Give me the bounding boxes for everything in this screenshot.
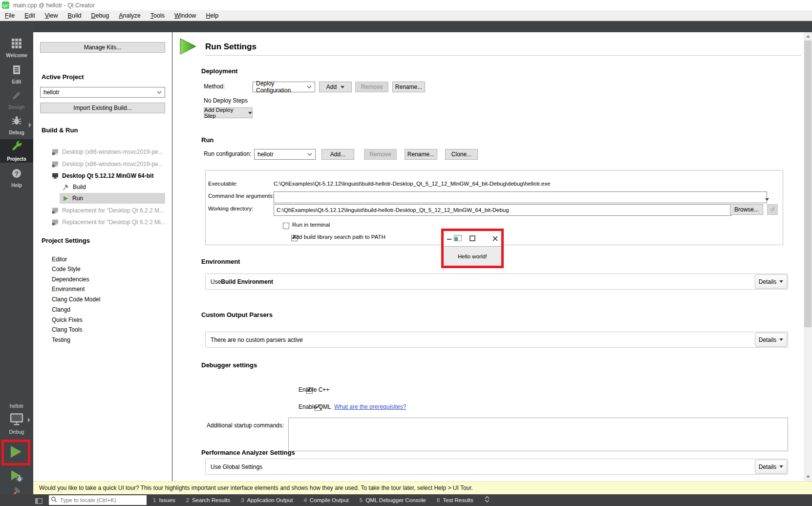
settings-item-testing[interactable]: Testing [52, 337, 70, 343]
kit-selector-button[interactable] [0, 412, 33, 428]
kit-item-desktop-msvc-2[interactable]: Desktop (x86-windows-msvc2019-pe... [52, 159, 163, 169]
settings-item-quick-fixes[interactable]: Quick Fixes [52, 316, 83, 323]
kit-run-label: Run [72, 195, 83, 202]
vertical-scrollbar[interactable] [804, 32, 812, 481]
kit-item-replacement-2[interactable]: Replacement for "Desktop Qt 6.2.2 Mi... [52, 217, 166, 228]
working-directory-input[interactable] [274, 204, 731, 216]
executable-value: C:\Qt\Examples\Qt-5.12.12\linguist\build… [274, 181, 550, 187]
window-titlebar: QC main.cpp @ hellotr - Qt Creator [0, 0, 812, 10]
active-project-combo[interactable]: hellotr [40, 87, 165, 98]
svg-text:QC: QC [3, 3, 9, 8]
sidebar-toggle-icon[interactable] [35, 497, 43, 506]
active-project-combo-value: hellotr [43, 89, 60, 96]
browse-button[interactable]: Browse... [730, 204, 763, 215]
performance-heading: Performance Analyzer Settings [201, 449, 295, 456]
deploy-method-combo[interactable]: Deploy Configuration [253, 82, 315, 92]
environment-details-button[interactable]: Details [755, 274, 787, 289]
menu-view[interactable]: View [40, 12, 63, 19]
qt-creator-logo-icon: QC [2, 1, 9, 9]
deploy-add-button[interactable]: Add [319, 82, 352, 92]
app-window-icon [454, 234, 462, 243]
menu-edit[interactable]: Edit [20, 12, 40, 19]
mode-debug[interactable]: Debug [0, 113, 33, 137]
settings-item-clang-tools[interactable]: Clang Tools [52, 326, 82, 333]
kit-build-item[interactable]: Build [63, 182, 86, 192]
kit-item-replacement-1[interactable]: Replacement for "Desktop Qt 6.2.2 M... [52, 205, 164, 216]
mode-debug-label: Debug [9, 130, 24, 135]
settings-item-editor[interactable]: Editor [52, 256, 67, 263]
menu-build[interactable]: Build [63, 12, 86, 19]
maximize-icon[interactable] [470, 234, 475, 243]
kit-item-desktop-msvc-1[interactable]: Desktop (x86-windows-msvc2019-pe... [52, 147, 163, 157]
deploy-rename-button[interactable]: Rename... [392, 82, 425, 92]
menu-debug[interactable]: Debug [86, 12, 114, 19]
panes-expand-icon[interactable] [484, 496, 490, 505]
run-clone-button[interactable]: Clone... [445, 149, 478, 160]
pane-application-output[interactable]: 3Application Output [241, 497, 293, 503]
minimize-icon[interactable] [447, 234, 452, 243]
arguments-label: Command line arguments: [208, 193, 274, 199]
scroll-down-icon[interactable] [804, 473, 812, 481]
kit-item-label: Replacement for "Desktop Qt 6.2.2 Mi... [62, 219, 166, 226]
locator-box[interactable] [49, 495, 147, 505]
qt-creator-window: QC main.cpp @ hellotr - Qt Creator File … [0, 0, 812, 506]
settings-item-clangd[interactable]: Clangd [52, 306, 70, 313]
add-deploy-step-button[interactable]: Add Deploy Step [204, 107, 253, 118]
import-build-button[interactable]: Import Existing Build... [40, 103, 165, 113]
custom-parsers-details-button[interactable]: Details [755, 333, 787, 347]
menu-analyze[interactable]: Analyze [114, 12, 145, 19]
pane-issues[interactable]: 1Issues [153, 497, 175, 503]
chevron-down-icon [157, 89, 162, 96]
scroll-up-icon[interactable] [804, 32, 812, 41]
mode-edit[interactable]: Edit [0, 62, 33, 86]
pane-label: Application Output [247, 497, 293, 503]
kit-run-item[interactable]: Run [63, 193, 83, 204]
mode-help[interactable]: ? Help [0, 166, 33, 190]
projects-nav-panel: Manage Kits... Active Project hellotr Im… [33, 32, 172, 481]
startup-commands-textarea[interactable] [288, 418, 788, 451]
kit-item-active-mingw[interactable]: Desktop Qt 5.12.12 MinGW 64-bit [52, 170, 153, 181]
run-in-terminal-checkbox[interactable] [283, 223, 289, 229]
locator-input[interactable] [59, 497, 145, 504]
hello-world-button[interactable]: Hello world! [444, 246, 501, 266]
monitor-warning-icon [52, 148, 59, 155]
pane-test-results[interactable]: 8Test Results [437, 497, 473, 503]
search-icon [51, 496, 57, 505]
menu-help[interactable]: Help [201, 12, 223, 19]
environment-value: Build Environment [221, 278, 273, 285]
run-add-button[interactable]: Add... [321, 149, 354, 160]
debug-flyout-arrow-icon[interactable] [29, 123, 31, 127]
close-icon[interactable] [492, 234, 498, 243]
arguments-dropdown-button[interactable] [765, 194, 769, 203]
pane-qml-debugger-console[interactable]: 5QML Debugger Console [360, 497, 426, 503]
run-debug-button[interactable] [0, 469, 33, 485]
run-rename-button[interactable]: Rename... [405, 149, 437, 160]
run-remove-button: Remove [364, 149, 397, 160]
environment-value-prefix: Use [211, 278, 221, 285]
prerequisites-link[interactable]: What are the prerequisites? [334, 403, 406, 410]
settings-item-dependencies[interactable]: Dependencies [52, 276, 89, 283]
run-configuration-combo[interactable]: hellotr [254, 149, 316, 160]
settings-item-clang-code-model[interactable]: Clang Code Model [52, 296, 100, 303]
browse-label: Browse... [734, 206, 759, 213]
manage-kits-button[interactable]: Manage Kits... [40, 42, 165, 53]
hello-window-titlebar[interactable] [444, 231, 501, 246]
menu-file[interactable]: File [0, 12, 20, 19]
settings-item-environment[interactable]: Environment [52, 286, 85, 293]
output-panes: 1Issues 2Search Results 3Application Out… [153, 494, 490, 506]
run-debug-icon [9, 469, 24, 485]
arguments-input[interactable] [274, 191, 767, 203]
menu-window[interactable]: Window [170, 12, 201, 19]
mode-projects[interactable]: Projects [0, 139, 33, 163]
mode-welcome[interactable]: Welcome [0, 36, 33, 60]
debugger-settings-heading: Debugger settings [201, 361, 257, 369]
pane-compile-output[interactable]: 4Compile Output [303, 497, 348, 503]
performance-details-button[interactable]: Details [755, 460, 787, 474]
mode-help-label: Help [11, 183, 22, 188]
run-button-icon[interactable] [9, 445, 23, 461]
kit-flyout-arrow-icon[interactable] [28, 418, 30, 422]
menu-tools[interactable]: Tools [146, 12, 170, 19]
pane-search-results[interactable]: 2Search Results [186, 497, 230, 503]
scrollbar-thumb[interactable] [804, 41, 812, 327]
settings-item-code-style[interactable]: Code Style [52, 266, 81, 273]
